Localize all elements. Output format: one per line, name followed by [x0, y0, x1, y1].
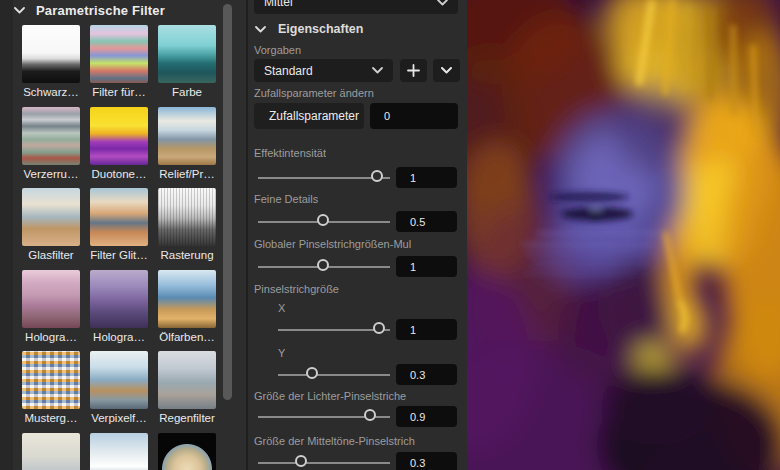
filter-item[interactable] [90, 433, 148, 470]
slider-value-field[interactable]: 0.3 [396, 452, 457, 470]
filter-thumbnail-image [90, 433, 148, 470]
slider-handle[interactable] [317, 259, 329, 271]
filter-label: Relief/Pr… [158, 168, 216, 180]
slider-handle[interactable] [364, 409, 376, 421]
slider-row: 1 [248, 319, 467, 341]
slider-track-line [258, 177, 390, 179]
slider-track[interactable] [258, 452, 390, 470]
filter-item[interactable]: Duotone… [90, 107, 148, 189]
chevron-down-icon [372, 67, 383, 74]
filter-label: Ölfarben… [158, 331, 216, 343]
slider-handle[interactable] [371, 170, 383, 182]
presets-label: Vorgaben [254, 44, 301, 56]
filter-item[interactable]: Schwarz… [22, 25, 80, 107]
slider-track[interactable] [258, 256, 390, 278]
filters-panel-title: Parametrische Filter [36, 3, 165, 18]
filter-item[interactable]: Glasfilter [22, 188, 80, 270]
preset-dropdown[interactable]: Standard [254, 59, 393, 82]
filter-item[interactable]: Musterg… [22, 351, 80, 433]
filter-item[interactable]: Filter für… [90, 25, 148, 107]
filter-item[interactable]: Regenfilter [158, 351, 216, 433]
slider-track-line [278, 374, 390, 376]
slider-value-field[interactable]: 1 [396, 319, 457, 340]
random-section-label: Zufallsparameter ändern [254, 87, 374, 99]
slider-value-field[interactable]: 1 [396, 256, 457, 277]
slider-label: Y [278, 347, 285, 359]
filter-thumbnail-image [22, 107, 80, 165]
parametric-filters-panel: Parametrische Filter Schwarz… Filter für… [0, 0, 246, 470]
filter-item[interactable]: Rasterung [158, 188, 216, 270]
slider-value-field[interactable]: 0.3 [396, 364, 457, 385]
filter-label: Hologra… [22, 331, 80, 343]
filters-section-header[interactable]: Parametrische Filter [14, 3, 165, 18]
slider-track[interactable] [258, 211, 390, 233]
filter-thumbnail-image [158, 433, 216, 470]
filter-label: Duotone… [90, 168, 148, 180]
filter-item[interactable]: Filter Glit… [90, 188, 148, 270]
slider-handle[interactable] [306, 367, 318, 379]
filter-item[interactable]: Ölfarben… [158, 270, 216, 352]
filter-thumbnail-image [90, 188, 148, 246]
filter-thumbnail-image [90, 107, 148, 165]
filter-thumbnail-image [22, 188, 80, 246]
scrollbar-thumb[interactable] [223, 4, 232, 400]
slider-handle[interactable] [317, 214, 329, 226]
filter-item[interactable] [158, 433, 216, 470]
slider-value-field[interactable]: 1 [396, 167, 457, 188]
slider-handle[interactable] [373, 322, 385, 334]
slider-value-field[interactable]: 0.5 [396, 211, 457, 232]
slider-row: 0.9 [248, 406, 467, 428]
dropdown-value: Mittel [264, 0, 293, 9]
filter-label: Filter für… [90, 86, 148, 98]
application-window: Parametrische Filter Schwarz… Filter für… [0, 0, 780, 470]
slider-track[interactable] [258, 406, 390, 428]
filter-thumbnail-image [90, 25, 148, 83]
slider-label: Feine Details [254, 193, 318, 205]
filter-item[interactable]: Hologra… [22, 270, 80, 352]
slider-row: 0.5 [248, 211, 467, 233]
slider-track[interactable] [278, 364, 390, 386]
filter-item[interactable]: Relief/Pr… [158, 107, 216, 189]
randomize-button[interactable]: Zufallsparameter [254, 103, 364, 129]
filter-item[interactable]: Verpixelf… [90, 351, 148, 433]
filter-label: Musterg… [22, 412, 80, 424]
slider-row: 1 [248, 256, 467, 278]
filter-thumbnail-image [22, 351, 80, 409]
properties-section-header[interactable]: Eigenschaften [255, 22, 363, 36]
filter-grid: Schwarz… Filter für… Farbe Verzerru… Duo… [22, 25, 222, 470]
slider-label: Größe der Mitteltöne-Pinselstrich [254, 435, 415, 447]
filter-thumbnail-image [158, 270, 216, 328]
slider-track[interactable] [258, 167, 390, 189]
slider-track-line [258, 462, 390, 464]
filter-label: Regenfilter [158, 412, 216, 424]
properties-panel: Mittel Eigenschaften Vorgaben Standard Z… [248, 0, 467, 470]
filter-thumbnail-image [158, 351, 216, 409]
canvas-preview[interactable] [467, 0, 780, 470]
blend-mode-dropdown[interactable]: Mittel [254, 0, 458, 14]
filter-thumbnail-image [158, 107, 216, 165]
filter-item[interactable]: Farbe [158, 25, 216, 107]
slider-row: 0.3 [248, 364, 467, 386]
preset-menu-button[interactable] [433, 59, 460, 82]
filter-thumbnail-image [22, 433, 80, 470]
properties-title: Eigenschaften [278, 22, 363, 36]
filter-thumbnail-image [158, 25, 216, 83]
artwork-preview-image [467, 0, 780, 470]
filter-item[interactable]: Hologra… [90, 270, 148, 352]
slider-row: 1 [248, 167, 467, 189]
filter-label: Glasfilter [22, 249, 80, 261]
filter-label: Rasterung [158, 249, 216, 261]
random-seed-field[interactable]: 0 [370, 103, 458, 129]
filter-item[interactable] [22, 433, 80, 470]
filter-thumbnail-image [22, 25, 80, 83]
chevron-down-icon [14, 7, 25, 14]
slider-handle[interactable] [295, 455, 307, 467]
add-preset-button[interactable] [400, 59, 427, 82]
filter-label: Verzerru… [22, 168, 80, 180]
slider-track[interactable] [278, 319, 390, 341]
slider-value-field[interactable]: 0.9 [396, 406, 457, 427]
filter-item[interactable]: Verzerru… [22, 107, 80, 189]
filter-label: Verpixelf… [90, 412, 148, 424]
slider-label: Größe der Lichter-Pinselstriche [254, 390, 406, 402]
filter-label: Filter Glit… [90, 249, 148, 261]
